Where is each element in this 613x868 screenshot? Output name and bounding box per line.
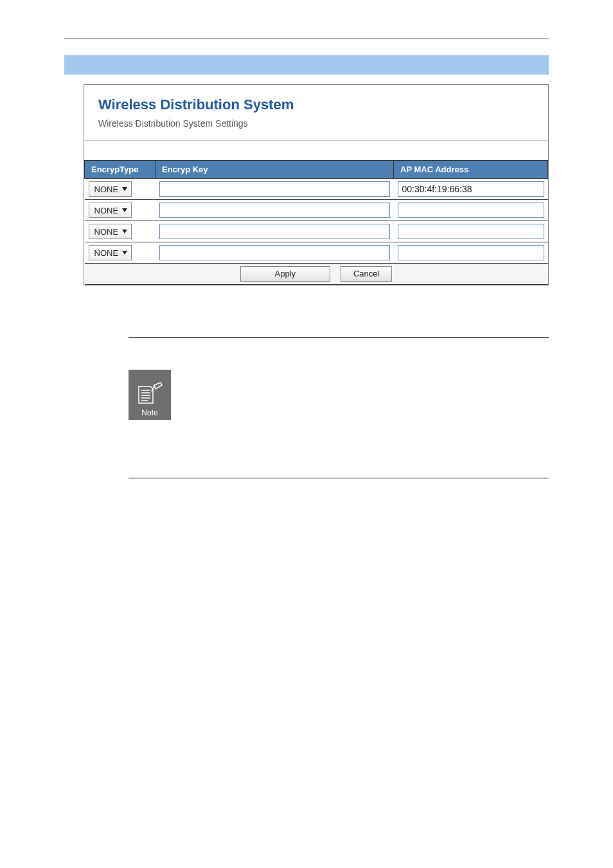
chevron-down-icon xyxy=(122,208,127,212)
wds-table: EncrypType Encryp Key AP MAC Address NON… xyxy=(84,160,548,285)
col-header-encryptype: EncrypType xyxy=(85,161,155,179)
svg-marker-0 xyxy=(122,187,127,191)
chevron-down-icon xyxy=(122,230,127,233)
note-section: Note xyxy=(129,337,549,478)
svg-marker-1 xyxy=(122,208,127,212)
note-icon: Note xyxy=(129,370,171,420)
table-footer: Apply Cancel xyxy=(85,264,548,285)
apply-button[interactable]: Apply xyxy=(240,266,330,282)
header-band xyxy=(64,55,549,75)
ap-mac-input[interactable] xyxy=(398,203,544,218)
col-header-apmac: AP MAC Address xyxy=(394,161,548,179)
encryp-type-value: NONE xyxy=(94,185,119,194)
encryp-type-select[interactable]: NONE xyxy=(89,245,132,260)
page-top-rule xyxy=(64,39,549,39)
encryp-type-select[interactable]: NONE xyxy=(89,203,132,218)
svg-marker-3 xyxy=(122,251,127,255)
cancel-button[interactable]: Cancel xyxy=(341,266,392,282)
col-header-encrypkey: Encryp Key xyxy=(155,161,394,179)
ap-mac-input[interactable] xyxy=(398,245,544,260)
chevron-down-icon xyxy=(122,251,127,255)
table-row: NONE xyxy=(85,221,548,242)
table-row: NONE xyxy=(85,179,548,200)
panel-title: Wireless Distribution System xyxy=(84,85,548,118)
table-row: NONE xyxy=(85,242,548,264)
encryp-type-value: NONE xyxy=(94,206,119,215)
ap-mac-input[interactable] xyxy=(398,224,544,239)
ap-mac-input[interactable] xyxy=(398,181,544,197)
panel-divider xyxy=(84,140,548,141)
svg-marker-2 xyxy=(122,230,127,233)
panel-subtitle: Wireless Distribution System Settings xyxy=(84,118,548,140)
encryp-key-input[interactable] xyxy=(159,203,390,218)
encryp-type-value: NONE xyxy=(94,248,119,258)
table-row: NONE xyxy=(85,200,548,221)
encryp-type-select[interactable]: NONE xyxy=(89,181,132,197)
wds-panel: Wireless Distribution System Wireless Di… xyxy=(84,84,549,285)
encryp-key-input[interactable] xyxy=(159,224,390,239)
chevron-down-icon xyxy=(122,187,127,191)
encryp-type-select[interactable]: NONE xyxy=(89,224,132,239)
encryp-type-value: NONE xyxy=(94,227,119,237)
note-icon-label: Note xyxy=(141,408,157,417)
encryp-key-input[interactable] xyxy=(159,181,390,197)
encryp-key-input[interactable] xyxy=(159,245,390,260)
